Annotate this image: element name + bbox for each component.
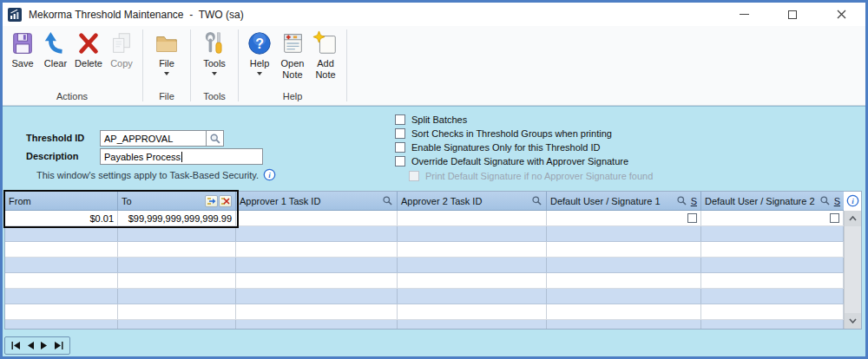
record-navigation xyxy=(4,336,70,355)
security-note: This window's settings apply to Task-Bas… xyxy=(36,168,276,181)
insert-row-button[interactable] xyxy=(205,195,218,207)
save-icon xyxy=(10,30,36,56)
checkbox-label: Split Batches xyxy=(411,114,467,125)
description-field[interactable]: Payables Process xyxy=(100,148,263,165)
file-menu-label: File xyxy=(159,58,174,69)
app-icon xyxy=(8,8,22,22)
open-note-button[interactable]: Open Note xyxy=(276,28,309,81)
lookup-magnifier-icon[interactable] xyxy=(819,195,831,206)
threshold-grid: From To xyxy=(4,191,862,330)
save-button[interactable]: Save xyxy=(6,28,39,69)
delete-button[interactable]: Delete xyxy=(72,28,105,69)
grid-rows: $0.01 $99,999,999,999,999.99 xyxy=(5,211,844,329)
column-header-from[interactable]: From xyxy=(5,192,118,210)
copy-label: Copy xyxy=(110,58,133,69)
delete-icon xyxy=(76,30,102,56)
last-record-button[interactable] xyxy=(54,342,63,349)
scroll-up-button[interactable] xyxy=(845,211,861,226)
ribbon-toolbar: Save Clear Delete xyxy=(3,26,865,106)
table-row[interactable] xyxy=(5,258,844,273)
signature1-s-link[interactable]: S xyxy=(691,196,697,206)
svg-text:?: ? xyxy=(255,36,264,51)
close-button[interactable] xyxy=(817,3,865,26)
maximize-icon xyxy=(788,10,797,19)
title-bar: Mekorma Threshold Maintenance - TWO (sa) xyxy=(3,3,865,26)
column-label: Default User / Signature 1 xyxy=(550,196,661,206)
table-row[interactable] xyxy=(5,304,844,320)
first-record-button[interactable] xyxy=(11,342,21,349)
file-menu-button[interactable]: File xyxy=(148,28,186,75)
folder-icon xyxy=(154,30,180,56)
checkbox-icon xyxy=(395,142,405,153)
minimize-button[interactable] xyxy=(720,3,768,26)
column-header-default-sig1[interactable]: Default User / Signature 1 S xyxy=(547,192,701,210)
app-window: Mekorma Threshold Maintenance - TWO (sa) xyxy=(0,0,868,359)
lookup-magnifier-icon[interactable] xyxy=(676,195,687,206)
copy-button[interactable]: Copy xyxy=(105,28,138,69)
checkbox-split-batches[interactable]: Split Batches xyxy=(395,114,467,125)
ribbon-separator xyxy=(142,29,143,101)
maximize-button[interactable] xyxy=(768,3,817,26)
table-row[interactable] xyxy=(5,226,844,242)
column-header-default-sig2[interactable]: Default User / Signature 2 S xyxy=(701,192,844,210)
tools-menu-button[interactable]: Tools xyxy=(195,28,233,75)
column-header-to[interactable]: To xyxy=(118,192,236,210)
clear-button[interactable]: Clear xyxy=(39,28,72,69)
next-record-button[interactable] xyxy=(40,342,48,349)
checkbox-print-default-signature: Print Default Signature if no Approver S… xyxy=(409,171,653,181)
threshold-id-field[interactable]: AP_APPROVAL xyxy=(100,130,207,147)
lookup-magnifier-icon[interactable] xyxy=(382,195,393,206)
ribbon-group-tools: Tools Tools xyxy=(195,28,233,105)
signature1-checkbox[interactable] xyxy=(687,213,697,223)
checkbox-icon xyxy=(395,114,405,125)
cell-to[interactable]: $99,999,999,999,999.99 xyxy=(118,211,236,225)
add-note-button[interactable]: Add Note xyxy=(309,28,342,81)
text-caret xyxy=(181,152,182,162)
checkbox-icon xyxy=(395,156,405,166)
add-note-icon xyxy=(312,30,339,56)
cell-approver2[interactable] xyxy=(398,211,547,225)
tools-menu-label: Tools xyxy=(203,58,226,69)
signature2-checkbox[interactable] xyxy=(830,213,839,223)
lookup-magnifier-icon[interactable] xyxy=(531,195,542,206)
cell-default-sig1[interactable] xyxy=(547,211,701,225)
ribbon-group-file-label: File xyxy=(148,89,186,105)
table-row[interactable] xyxy=(5,273,844,289)
window-title: Mekorma Threshold Maintenance - TWO (sa) xyxy=(29,9,244,21)
grid-scrollbar[interactable] xyxy=(844,211,861,329)
grid-info-button[interactable]: i xyxy=(846,194,859,211)
checkbox-override-signature[interactable]: Override Default Signature with Approver… xyxy=(395,156,628,166)
checkbox-enable-signatures[interactable]: Enable Signatures Only for this Threshol… xyxy=(395,142,600,153)
dropdown-arrow-icon xyxy=(212,72,217,75)
checkbox-sort-checks[interactable]: Sort Checks in Threshold Groups when pri… xyxy=(395,128,612,139)
checkbox-icon xyxy=(409,171,419,181)
threshold-id-lookup-button[interactable] xyxy=(206,130,224,147)
ribbon-group-tools-label: Tools xyxy=(195,89,233,105)
cell-approver1[interactable] xyxy=(236,211,398,225)
cell-from[interactable]: $0.01 xyxy=(5,211,118,225)
ribbon-group-help-label: Help xyxy=(243,89,342,105)
ribbon-separator xyxy=(190,29,191,101)
close-icon xyxy=(837,10,846,19)
table-row[interactable] xyxy=(5,320,844,329)
table-row-1[interactable]: $0.01 $99,999,999,999,999.99 xyxy=(5,211,844,226)
lookup-magnifier-icon xyxy=(209,133,221,145)
column-header-approver1[interactable]: Approver 1 Task ID xyxy=(236,192,398,210)
checkbox-label: Enable Signatures Only for this Threshol… xyxy=(411,142,600,153)
table-row[interactable] xyxy=(5,242,844,258)
signature2-s-link[interactable]: S xyxy=(834,196,840,206)
column-header-approver2[interactable]: Approver 2 Task ID xyxy=(398,192,547,210)
description-value: Payables Process xyxy=(104,152,181,162)
help-menu-label: Help xyxy=(250,58,270,69)
info-icon[interactable]: i xyxy=(263,168,276,181)
ribbon-group-actions: Save Clear Delete xyxy=(6,28,138,105)
help-menu-button[interactable]: ? Help xyxy=(243,28,276,75)
scroll-down-button[interactable] xyxy=(845,313,861,329)
delete-row-button[interactable] xyxy=(219,195,232,207)
previous-record-button[interactable] xyxy=(27,342,35,349)
cell-default-sig2[interactable] xyxy=(701,211,844,225)
ribbon-separator xyxy=(346,29,347,101)
table-row[interactable] xyxy=(5,289,844,304)
column-label: To xyxy=(122,196,132,206)
insert-row-icon xyxy=(207,197,216,206)
